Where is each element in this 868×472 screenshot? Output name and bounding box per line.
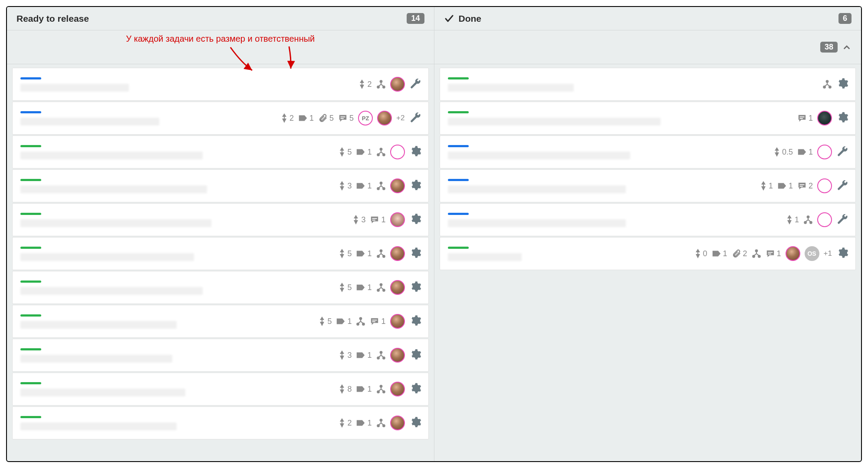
- svg-point-30: [380, 419, 382, 421]
- avatar[interactable]: [390, 145, 405, 159]
- card-color-indicator: [20, 247, 41, 249]
- gear-icon[interactable]: [409, 348, 421, 363]
- avatar[interactable]: [390, 280, 405, 295]
- task-card[interactable]: 0.51: [440, 135, 856, 168]
- avatar[interactable]: [390, 178, 405, 193]
- gear-icon[interactable]: [409, 213, 421, 227]
- card-color-indicator: [20, 314, 41, 317]
- avatar[interactable]: [390, 246, 405, 261]
- gear-icon[interactable]: [836, 77, 848, 92]
- avatar[interactable]: [390, 416, 405, 430]
- svg-point-33: [826, 80, 829, 83]
- gear-icon[interactable]: [409, 281, 421, 295]
- gear-icon[interactable]: [409, 179, 421, 193]
- tag-icon: 1: [356, 351, 372, 360]
- card-meta: [822, 77, 848, 92]
- task-card[interactable]: 51: [12, 271, 429, 304]
- card-title: [20, 389, 185, 396]
- avatar[interactable]: [817, 178, 832, 193]
- card-title: [20, 422, 177, 430]
- meta-value: 1: [309, 114, 314, 123]
- card-title: [448, 152, 630, 159]
- task-card[interactable]: 31: [12, 169, 429, 202]
- bolt-icon: 3: [339, 181, 352, 191]
- avatar[interactable]: [377, 111, 392, 125]
- card-color-indicator: [20, 213, 41, 215]
- task-card[interactable]: 1: [440, 203, 856, 236]
- subtask-icon: [376, 249, 386, 258]
- tag-icon: 1: [777, 182, 793, 191]
- bolt-icon: 0.5: [773, 147, 793, 157]
- svg-point-27: [380, 385, 382, 387]
- task-card[interactable]: 31: [12, 203, 429, 236]
- card-meta: 51: [339, 246, 421, 261]
- task-card[interactable]: 81: [12, 373, 429, 406]
- tag-icon: 1: [336, 317, 352, 326]
- avatar[interactable]: [786, 246, 800, 261]
- card-color-indicator: [20, 179, 41, 181]
- column-header[interactable]: Done 6: [434, 7, 861, 30]
- gear-icon[interactable]: [409, 314, 421, 329]
- wrench-icon[interactable]: [409, 77, 421, 92]
- swimlane-header[interactable]: 38: [434, 30, 861, 64]
- card-meta: 51: [339, 145, 421, 159]
- avatar[interactable]: [390, 348, 405, 363]
- avatar[interactable]: [390, 77, 405, 92]
- avatar-overflow[interactable]: +1: [824, 249, 832, 258]
- avatar[interactable]: [817, 212, 832, 227]
- bolt-icon: 5: [339, 147, 352, 157]
- avatar[interactable]: [390, 314, 405, 329]
- svg-point-24: [380, 351, 382, 353]
- wrench-icon[interactable]: [836, 179, 848, 193]
- chevron-up-icon[interactable]: [842, 43, 852, 52]
- avatar[interactable]: [390, 382, 405, 396]
- task-card[interactable]: [440, 68, 856, 101]
- task-card[interactable]: 0121OS+1: [440, 237, 856, 270]
- meta-value: 2: [367, 80, 372, 89]
- card-color-indicator: [448, 145, 469, 147]
- subtask-icon: [803, 215, 813, 224]
- wrench-icon[interactable]: [836, 145, 848, 159]
- task-card[interactable]: 21: [12, 406, 429, 439]
- column-header[interactable]: Ready to release 14: [7, 7, 434, 30]
- tag-icon: 1: [356, 283, 372, 292]
- gear-icon[interactable]: [836, 111, 848, 125]
- avatar[interactable]: [390, 212, 405, 227]
- svg-rect-12: [372, 220, 375, 221]
- wrench-icon[interactable]: [836, 213, 848, 227]
- card-color-indicator: [20, 145, 41, 147]
- meta-value: 1: [367, 182, 372, 191]
- task-card[interactable]: 1: [440, 102, 856, 135]
- task-card[interactable]: 112: [440, 169, 856, 202]
- meta-value: 2: [809, 182, 813, 191]
- card-meta: 51: [339, 280, 421, 295]
- task-card[interactable]: 2155PZ+2: [12, 102, 429, 135]
- wrench-icon[interactable]: [409, 111, 421, 125]
- bolt-icon: 3: [339, 350, 352, 360]
- task-card[interactable]: 511: [12, 305, 429, 338]
- card-meta: 31: [339, 178, 421, 193]
- task-card[interactable]: 2: [12, 68, 429, 101]
- gear-icon[interactable]: [836, 247, 848, 261]
- task-card[interactable]: 51: [12, 135, 429, 168]
- avatar[interactable]: OS: [805, 246, 819, 261]
- gear-icon[interactable]: [409, 247, 421, 261]
- chat-icon: 1: [370, 317, 385, 326]
- gear-icon[interactable]: [409, 145, 421, 159]
- card-title: [448, 118, 661, 125]
- card-title: [20, 355, 172, 363]
- avatar-overflow[interactable]: +2: [396, 114, 404, 122]
- avatar[interactable]: [817, 111, 832, 125]
- card-meta: 0.51: [773, 145, 848, 159]
- gear-icon[interactable]: [409, 416, 421, 430]
- task-card[interactable]: 51: [12, 237, 429, 270]
- task-card[interactable]: 31: [12, 339, 429, 372]
- paperclip-icon: 2: [732, 249, 747, 258]
- gear-icon[interactable]: [409, 382, 421, 396]
- subtask-icon: [376, 147, 386, 157]
- card-title: [20, 287, 203, 295]
- card-color-indicator: [448, 77, 469, 79]
- bolt-icon: 2: [358, 79, 372, 89]
- avatar[interactable]: [817, 145, 832, 159]
- avatar[interactable]: PZ: [358, 111, 373, 125]
